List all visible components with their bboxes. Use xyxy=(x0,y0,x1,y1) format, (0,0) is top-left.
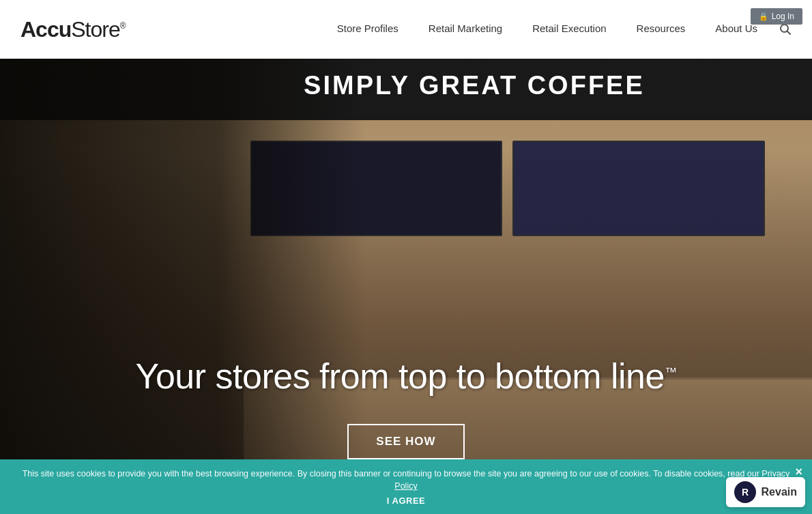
revain-icon: R xyxy=(734,481,756,503)
header: AccuStore® Store Profiles Retail Marketi… xyxy=(0,0,812,59)
hero-content: Your stores from top to bottom line™ SEE… xyxy=(0,59,812,514)
revain-badge[interactable]: R Revain xyxy=(726,477,805,507)
cookie-text: This site uses cookies to provide you wi… xyxy=(14,468,798,494)
logo-accu: Accu xyxy=(20,17,71,42)
nav-resources[interactable]: Resources xyxy=(622,0,701,59)
lock-icon: 🔒 xyxy=(759,12,768,21)
login-label: Log In xyxy=(772,12,794,21)
login-button[interactable]: 🔒 Log In xyxy=(751,8,802,25)
nav-retail-marketing[interactable]: Retail Marketing xyxy=(414,0,517,59)
hero-tm: ™ xyxy=(665,365,677,379)
svg-line-1 xyxy=(787,31,791,35)
main-nav: Store Profiles Retail Marketing Retail E… xyxy=(322,0,798,59)
logo-store: Store xyxy=(71,17,119,42)
logo-reg: ® xyxy=(120,21,126,31)
logo[interactable]: AccuStore® xyxy=(20,17,126,42)
hero-section: SIMPLY GREAT COFFEE Your stores from top… xyxy=(0,59,812,514)
see-how-button[interactable]: SEE HOW xyxy=(347,424,464,459)
logo-text: AccuStore® xyxy=(20,17,126,42)
revain-label: Revain xyxy=(762,486,797,498)
cookie-banner: This site uses cookies to provide you wi… xyxy=(0,459,812,515)
nav-retail-execution[interactable]: Retail Execution xyxy=(517,0,621,59)
cookie-agree-button[interactable]: I AGREE xyxy=(14,496,798,506)
hero-tagline-text: Your stores from top to bottom line xyxy=(136,356,665,396)
nav-store-profiles[interactable]: Store Profiles xyxy=(322,0,414,59)
hero-tagline: Your stores from top to bottom line™ xyxy=(136,356,677,397)
cookie-message: This site uses cookies to provide you wi… xyxy=(23,469,762,479)
svg-text:R: R xyxy=(741,487,748,498)
